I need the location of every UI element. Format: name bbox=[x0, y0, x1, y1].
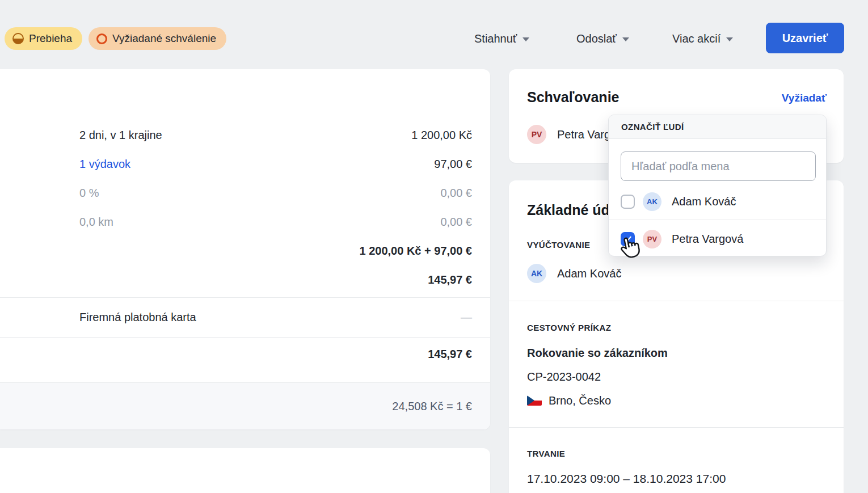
divider bbox=[609, 220, 826, 220]
summary-row-per-diem: 2 dni, v 1 krajine 1 200,00 Kč bbox=[79, 127, 472, 143]
subtotal-value: 1 200,00 Kč + 97,00 € bbox=[360, 245, 473, 258]
row-label: 0,0 km bbox=[79, 216, 113, 229]
request-approval-link[interactable]: Vyžiadať bbox=[782, 92, 827, 104]
trip-label: CESTOVNÝ PRÍKAZ bbox=[527, 323, 611, 332]
status-badge-in-progress: Prebieha bbox=[5, 27, 82, 50]
chevron-down-icon bbox=[726, 37, 733, 41]
approval-title: Schvaľovanie bbox=[527, 87, 620, 107]
chevron-down-icon bbox=[523, 37, 529, 41]
person-name: Adam Kováč bbox=[672, 195, 736, 208]
in-progress-icon bbox=[12, 33, 24, 44]
row-label: 0 % bbox=[79, 187, 99, 200]
page: Prebieha Vyžiadané schválenie Stiahnuť O… bbox=[0, 0, 868, 493]
summary-row-expenses: 1 výdavok 97,00 € bbox=[79, 156, 472, 172]
approval-requested-icon bbox=[96, 33, 107, 44]
people-picker-popup: OZNAČIŤ ĽUDÍ AK Adam Kováč PV Petra Varg… bbox=[608, 115, 827, 256]
divider bbox=[0, 297, 490, 298]
summary-row-grand-total: 145,97 € bbox=[79, 346, 472, 362]
row-value: 97,00 € bbox=[434, 158, 472, 171]
summary-row-subtotal: 1 200,00 Kč + 97,00 € bbox=[79, 243, 472, 259]
person-name: Petra Vargová bbox=[672, 233, 743, 246]
trip-name-link[interactable]: Rokovanie so zákazníkom bbox=[527, 345, 668, 361]
total-eur-value: 145,97 € bbox=[428, 273, 472, 286]
close-report-button[interactable]: Uzavrieť bbox=[766, 23, 844, 53]
status-badge-label: Prebieha bbox=[29, 32, 72, 45]
summary-row-total-eur: 145,97 € bbox=[79, 272, 472, 288]
more-actions-menu-label: Viac akcií bbox=[672, 32, 720, 45]
row-value: 0,00 € bbox=[440, 216, 472, 229]
person-option-adam[interactable]: AK Adam Kováč bbox=[621, 187, 817, 216]
next-section-card bbox=[0, 448, 490, 493]
exchange-rate-value: 24,508 Kč = 1 € bbox=[392, 400, 472, 413]
trip-location-row: Brno, Česko bbox=[527, 391, 611, 410]
status-badge-approval-requested: Vyžiadané schválenie bbox=[89, 27, 226, 50]
row-label: 2 dni, v 1 krajine bbox=[79, 129, 162, 142]
person-option-petra[interactable]: PV Petra Vargová bbox=[621, 225, 817, 253]
expenses-link[interactable]: 1 výdavok bbox=[79, 158, 130, 171]
summary-row-company-card: Firemná platobná karta — bbox=[79, 309, 472, 325]
divider bbox=[509, 301, 844, 301]
download-menu-label: Stiahnuť bbox=[474, 32, 517, 45]
avatar: PV bbox=[527, 125, 546, 144]
more-actions-menu-button[interactable]: Viac akcií bbox=[672, 30, 733, 48]
billing-label: VYÚČTOVANIE bbox=[527, 240, 590, 250]
avatar: PV bbox=[643, 230, 661, 248]
row-value: 0,00 € bbox=[440, 187, 472, 200]
send-menu-label: Odoslať bbox=[576, 32, 617, 45]
expense-summary-card: 2 dni, v 1 krajine 1 200,00 Kč 1 výdavok… bbox=[0, 69, 490, 429]
avatar: AK bbox=[527, 264, 546, 283]
avatar: AK bbox=[643, 192, 661, 211]
row-value: — bbox=[461, 311, 472, 324]
czech-flag-icon bbox=[527, 395, 542, 406]
summary-row-mileage: 0,0 km 0,00 € bbox=[79, 214, 472, 230]
trip-location: Brno, Česko bbox=[549, 394, 611, 407]
download-menu-button[interactable]: Stiahnuť bbox=[474, 30, 529, 48]
divider bbox=[0, 337, 490, 338]
duration-label: TRVANIE bbox=[527, 449, 565, 458]
status-badge-label: Vyžiadané schválenie bbox=[112, 32, 216, 45]
exchange-rate-footer: 24,508 Kč = 1 € bbox=[0, 382, 490, 429]
row-value: 1 200,00 Kč bbox=[411, 129, 472, 142]
summary-row-percent: 0 % 0,00 € bbox=[79, 185, 472, 201]
row-label: Firemná platobná karta bbox=[79, 311, 196, 324]
chevron-down-icon bbox=[622, 37, 629, 41]
duration-value: 17.10.2023 09:00 – 18.10.2023 17:00 bbox=[527, 471, 726, 487]
divider bbox=[509, 427, 844, 428]
people-picker-header: OZNAČIŤ ĽUDÍ bbox=[609, 115, 826, 139]
grand-total-value: 145,97 € bbox=[428, 348, 472, 361]
send-menu-button[interactable]: Odoslať bbox=[576, 30, 629, 48]
trip-code: CP-2023-0042 bbox=[527, 369, 601, 385]
checkbox-unchecked[interactable] bbox=[621, 195, 635, 209]
search-input[interactable] bbox=[621, 151, 816, 181]
billing-person-row: AK Adam Kováč bbox=[527, 264, 621, 283]
billing-person-name: Adam Kováč bbox=[557, 267, 621, 280]
